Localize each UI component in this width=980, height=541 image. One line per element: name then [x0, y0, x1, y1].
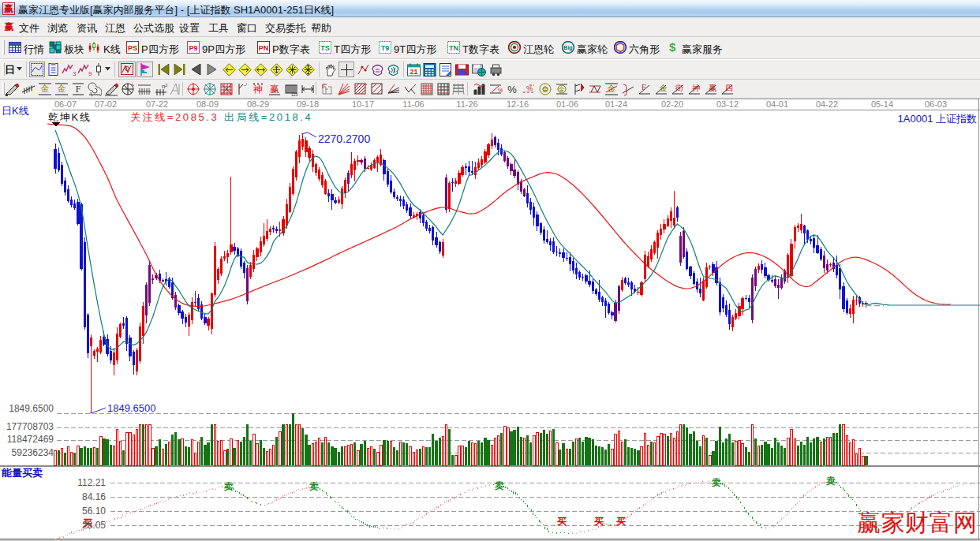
- svg-text:Big: Big: [563, 45, 572, 51]
- svg-text:21: 21: [410, 68, 417, 76]
- svg-text:04-22: 04-22: [816, 99, 838, 109]
- svg-text:PN: PN: [259, 44, 269, 52]
- svg-text:赢家财富网: 赢家财富网: [857, 509, 977, 535]
- svg-text:赢: 赢: [270, 84, 279, 95]
- svg-text:n²: n²: [162, 83, 167, 90]
- svg-text:%: %: [498, 88, 503, 93]
- svg-text:2270.2700: 2270.2700: [318, 132, 370, 145]
- svg-text:06-07: 06-07: [54, 99, 77, 109]
- svg-text:28.05: 28.05: [82, 520, 106, 531]
- svg-text:PS: PS: [128, 44, 137, 52]
- svg-text:9: 9: [88, 70, 92, 76]
- svg-text:11-26: 11-26: [456, 99, 477, 109]
- svg-text:177708703: 177708703: [6, 421, 54, 432]
- svg-text:TN: TN: [449, 44, 458, 52]
- svg-text:TS: TS: [320, 44, 330, 52]
- svg-text:12-16: 12-16: [507, 99, 529, 109]
- svg-text:P9: P9: [189, 44, 197, 52]
- svg-text:56.10: 56.10: [82, 506, 106, 517]
- svg-text:%: %: [507, 84, 517, 95]
- svg-text:买: 买: [557, 516, 567, 527]
- svg-text:07-22: 07-22: [146, 99, 168, 109]
- svg-text:1849.6500: 1849.6500: [9, 403, 54, 414]
- svg-text:出局线=2018.4: 出局线=2018.4: [224, 111, 312, 123]
- svg-text:123: 123: [291, 92, 298, 97]
- svg-text:03-12: 03-12: [716, 99, 739, 109]
- svg-text:10-17: 10-17: [352, 99, 374, 109]
- svg-text:T9: T9: [381, 44, 390, 52]
- svg-text:关注线=2085.3: 关注线=2085.3: [130, 111, 219, 123]
- svg-text:卖: 卖: [711, 477, 721, 488]
- svg-text:卖: 卖: [309, 481, 319, 492]
- svg-text:卖: 卖: [223, 481, 234, 492]
- svg-text:11-06: 11-06: [402, 99, 424, 109]
- svg-text:01-06: 01-06: [556, 99, 578, 109]
- svg-text:金: 金: [58, 84, 66, 93]
- svg-text:乾坤K线: 乾坤K线: [48, 111, 92, 123]
- svg-text:买: 买: [616, 516, 626, 527]
- svg-text:07-02: 07-02: [95, 99, 117, 109]
- svg-text:1A0001 上证指数: 1A0001 上证指数: [898, 113, 977, 125]
- svg-text:卖: 卖: [825, 476, 836, 487]
- svg-text:09-18: 09-18: [297, 99, 319, 109]
- svg-text:112.21: 112.21: [77, 477, 106, 488]
- svg-text:卖: 卖: [494, 480, 504, 491]
- svg-text:日K线: 日K线: [2, 105, 29, 117]
- svg-text:金: 金: [41, 84, 50, 93]
- svg-text:金: 金: [541, 86, 548, 93]
- svg-text:04-01: 04-01: [766, 99, 788, 109]
- svg-text:02-20: 02-20: [661, 99, 683, 109]
- svg-text:06-03: 06-03: [925, 99, 947, 109]
- svg-text:08-09: 08-09: [196, 99, 219, 109]
- svg-text:05-14: 05-14: [871, 99, 893, 109]
- svg-text:08-29: 08-29: [247, 99, 269, 109]
- svg-text:F: F: [76, 84, 81, 95]
- svg-text:买: 买: [594, 516, 604, 527]
- svg-text:能量买卖: 能量买卖: [2, 467, 43, 479]
- svg-text:神: 神: [252, 84, 263, 95]
- svg-text:3: 3: [73, 70, 76, 76]
- svg-text:金: 金: [608, 84, 616, 93]
- svg-text:1849.6500: 1849.6500: [107, 402, 155, 414]
- svg-text:118472469: 118472469: [7, 434, 54, 445]
- svg-text:59236234: 59236234: [12, 447, 54, 458]
- svg-text:01-24: 01-24: [605, 99, 627, 109]
- svg-text:84.16: 84.16: [82, 491, 106, 502]
- svg-text:金: 金: [558, 86, 565, 93]
